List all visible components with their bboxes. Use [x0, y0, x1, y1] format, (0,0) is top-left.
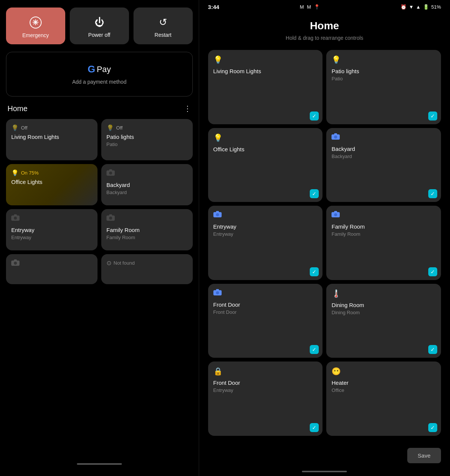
camera-icon-right-front-door: [213, 289, 318, 298]
camera-icon-right-entryway: [213, 211, 318, 220]
wifi-icon: ▼: [409, 4, 414, 10]
check-front-door-lock: ✓: [310, 423, 319, 432]
svg-rect-2: [109, 169, 112, 171]
right-sub-family: Family Room: [332, 231, 436, 237]
check-family: ✓: [428, 267, 437, 276]
right-card-family[interactable]: Family Room Family Room ✓: [326, 206, 441, 280]
right-card-backyard[interactable]: Backyard Backyard ✓: [326, 128, 441, 202]
device-name-entryway: Entryway: [11, 227, 92, 233]
check-front-door: ✓: [310, 345, 319, 354]
device-name-patio: Patio lights: [106, 134, 188, 140]
light-off-icon-2: 💡: [106, 124, 114, 131]
not-found-text: Not found: [114, 260, 135, 266]
partial-card-right[interactable]: ⊙ Not found: [101, 254, 193, 284]
right-sub-patio: Patio: [332, 76, 436, 81]
more-options-button[interactable]: ⋮: [184, 104, 191, 113]
g-blue: G: [88, 63, 95, 75]
right-card-office[interactable]: 💡 Office Lights ✓: [208, 128, 323, 202]
right-name-patio: Patio lights: [332, 68, 436, 74]
poweroff-button[interactable]: ⏻ Power off: [70, 8, 129, 44]
svg-rect-23: [216, 289, 219, 291]
right-card-front-door[interactable]: Front Door Front Door ✓: [208, 284, 323, 358]
emergency-button[interactable]: ✳ Emergency: [6, 8, 65, 44]
right-sub-dining: Dining Room: [332, 310, 436, 315]
svg-point-22: [216, 291, 219, 294]
not-found-icon: ⊙: [106, 259, 111, 267]
restart-label: Restart: [154, 32, 171, 38]
check-backyard: ✓: [428, 189, 437, 198]
svg-rect-5: [14, 214, 17, 216]
right-card-dining-room[interactable]: 🌡️ Dining Room Dining Room ✓: [326, 284, 441, 358]
device-card-entryway[interactable]: Entryway Entryway: [6, 209, 98, 250]
thermo-icon-dining: 🌡️: [332, 289, 436, 298]
right-main: Home Hold & drag to rearrange controls 💡…: [199, 12, 450, 443]
device-name-family: Family Room: [106, 227, 188, 233]
svg-rect-20: [334, 211, 337, 213]
right-card-front-door-lock[interactable]: 🔒 Front Door Entryway ✓: [208, 362, 323, 436]
device-name-backyard: Backyard: [106, 182, 188, 188]
power-buttons-row: ✳ Emergency ⏻ Power off ↺ Restart: [6, 8, 193, 44]
home-indicator-right: [302, 471, 347, 472]
camera-icon-right-family: [332, 211, 436, 220]
right-name-family: Family Room: [332, 223, 436, 230]
right-sub-entryway: Entryway: [213, 231, 318, 237]
mail-icon-1: M: [300, 4, 304, 10]
right-panel: 3:44 M M 📍 ⏰ ▼ ▲ 🔋 51% Home Hold & drag …: [199, 0, 450, 476]
right-card-patio[interactable]: 💡 Patio lights Patio ✓: [326, 50, 441, 124]
gpay-card[interactable]: G Pay Add a payment method: [6, 52, 193, 96]
left-panel: ✳ Emergency ⏻ Power off ↺ Restart G Pay …: [0, 0, 199, 476]
home-section: Home ⋮ 💡 Off Living Room Lights 💡 Off Pa…: [6, 104, 193, 456]
device-status-living-room: 💡 Off: [11, 124, 92, 131]
signal-icon: ▲: [416, 4, 421, 10]
gpay-text: Pay: [97, 65, 111, 74]
restart-button[interactable]: ↺ Restart: [134, 8, 193, 44]
device-card-living-room[interactable]: 💡 Off Living Room Lights: [6, 119, 98, 160]
right-sub-heater: Office: [332, 387, 436, 393]
right-name-front-door-lock: Front Door: [213, 380, 318, 386]
svg-point-10: [14, 262, 17, 265]
device-name-living-room: Living Room Lights: [11, 134, 92, 140]
save-row: Save: [199, 443, 450, 471]
svg-point-13: [334, 136, 337, 139]
device-card-office[interactable]: 💡 On 75% Office Lights: [6, 164, 98, 205]
device-card-backyard[interactable]: Backyard Backyard: [101, 164, 193, 205]
device-status-patio: 💡 Off: [106, 124, 188, 131]
device-card-patio[interactable]: 💡 Off Patio lights Patio: [101, 119, 193, 160]
light-on-icon: 💡: [11, 169, 19, 176]
camera-icon-backyard: [106, 169, 188, 178]
poweroff-label: Power off: [88, 32, 110, 38]
right-sub-front-door: Front Door: [213, 309, 318, 315]
right-sub-backyard: Backyard: [332, 154, 436, 159]
right-title: Home: [208, 20, 441, 32]
right-name-living: Living Room Lights: [213, 68, 318, 74]
lock-icon-front-door: 🔒: [213, 367, 318, 376]
svg-point-7: [109, 217, 112, 220]
svg-point-19: [334, 213, 337, 216]
check-patio: ✓: [428, 111, 437, 121]
partial-card-left[interactable]: [6, 254, 98, 284]
gpay-subtitle: Add a payment method: [72, 79, 126, 85]
right-card-living-room[interactable]: 💡 Living Room Lights ✓: [208, 50, 323, 124]
camera-icon-partial: [11, 259, 92, 268]
svg-rect-11: [14, 259, 17, 261]
light-icon-patio: 💡: [332, 55, 436, 64]
status-center-icons: M M 📍: [300, 4, 320, 10]
light-icon-living: 💡: [213, 55, 318, 64]
light-icon-office: 💡: [213, 133, 318, 142]
light-off-icon-1: 💡: [11, 124, 19, 131]
heater-icon: 😶: [332, 367, 436, 376]
right-subtitle: Hold & drag to rearrange controls: [208, 35, 441, 41]
save-button[interactable]: Save: [407, 448, 441, 463]
right-card-heater[interactable]: 😶 Heater Office ✓: [326, 362, 441, 436]
check-heater: ✓: [428, 423, 437, 432]
home-section-title: Home: [8, 104, 27, 113]
location-icon: 📍: [314, 4, 320, 10]
device-card-family-room[interactable]: Family Room Family Room: [101, 209, 193, 250]
not-found-row: ⊙ Not found: [106, 259, 188, 267]
right-card-entryway[interactable]: Entryway Entryway ✓: [208, 206, 323, 280]
right-name-entryway: Entryway: [213, 223, 318, 230]
right-devices-grid: 💡 Living Room Lights ✓ 💡 Patio lights Pa…: [208, 50, 441, 436]
svg-rect-8: [109, 214, 112, 216]
camera-icon-family: [106, 214, 188, 223]
right-name-front-door: Front Door: [213, 301, 318, 308]
